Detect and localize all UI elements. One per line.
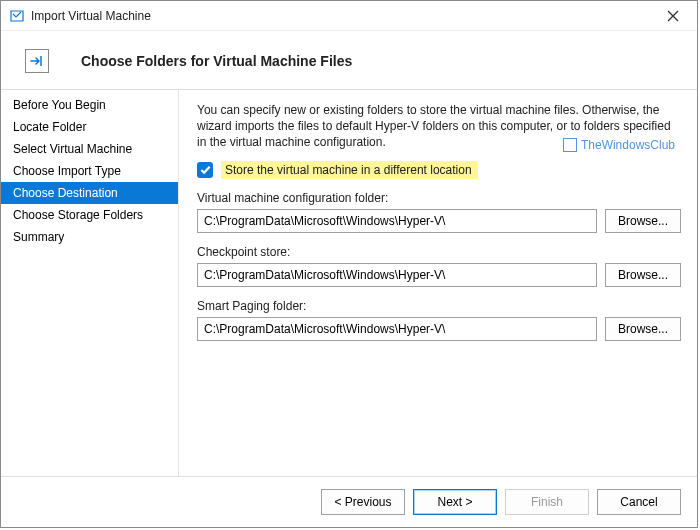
paging-folder-label: Smart Paging folder: [197, 299, 681, 313]
previous-button[interactable]: < Previous [321, 489, 405, 515]
sidebar-item-summary[interactable]: Summary [1, 226, 178, 248]
next-button[interactable]: Next > [413, 489, 497, 515]
checkpoint-store-browse-button[interactable]: Browse... [605, 263, 681, 287]
sidebar-item-select-vm[interactable]: Select Virtual Machine [1, 138, 178, 160]
wizard-footer: < Previous Next > Finish Cancel [1, 476, 697, 527]
wizard-window: Import Virtual Machine Choose Folders fo… [0, 0, 698, 528]
window-title: Import Virtual Machine [31, 9, 151, 23]
watermark-text: TheWindowsClub [581, 138, 675, 152]
watermark-icon [563, 138, 577, 152]
paging-folder-block: Smart Paging folder: Browse... [197, 299, 681, 341]
sidebar-item-before-you-begin[interactable]: Before You Begin [1, 94, 178, 116]
wizard-content: You can specify new or existing folders … [179, 90, 697, 476]
paging-folder-input[interactable] [197, 317, 597, 341]
app-icon [9, 8, 25, 24]
page-title: Choose Folders for Virtual Machine Files [81, 53, 352, 69]
checkpoint-store-input[interactable] [197, 263, 597, 287]
wizard-body: Before You Begin Locate Folder Select Vi… [1, 90, 697, 476]
config-folder-browse-button[interactable]: Browse... [605, 209, 681, 233]
store-different-location-row: Store the virtual machine in a different… [197, 161, 681, 179]
config-folder-label: Virtual machine configuration folder: [197, 191, 681, 205]
import-icon [25, 49, 49, 73]
wizard-header: Choose Folders for Virtual Machine Files [1, 31, 697, 89]
sidebar-item-choose-destination[interactable]: Choose Destination [1, 182, 178, 204]
config-folder-block: Virtual machine configuration folder: Br… [197, 191, 681, 233]
sidebar-item-choose-storage-folders[interactable]: Choose Storage Folders [1, 204, 178, 226]
checkpoint-store-block: Checkpoint store: Browse... [197, 245, 681, 287]
sidebar-item-locate-folder[interactable]: Locate Folder [1, 116, 178, 138]
watermark: TheWindowsClub [563, 138, 675, 152]
store-different-location-checkbox[interactable] [197, 162, 213, 178]
cancel-button[interactable]: Cancel [597, 489, 681, 515]
store-different-location-label: Store the virtual machine in a different… [221, 161, 478, 179]
titlebar: Import Virtual Machine [1, 1, 697, 31]
checkpoint-store-label: Checkpoint store: [197, 245, 681, 259]
paging-folder-browse-button[interactable]: Browse... [605, 317, 681, 341]
config-folder-input[interactable] [197, 209, 597, 233]
finish-button: Finish [505, 489, 589, 515]
wizard-steps: Before You Begin Locate Folder Select Vi… [1, 90, 179, 476]
close-button[interactable] [651, 2, 695, 30]
sidebar-item-choose-import-type[interactable]: Choose Import Type [1, 160, 178, 182]
